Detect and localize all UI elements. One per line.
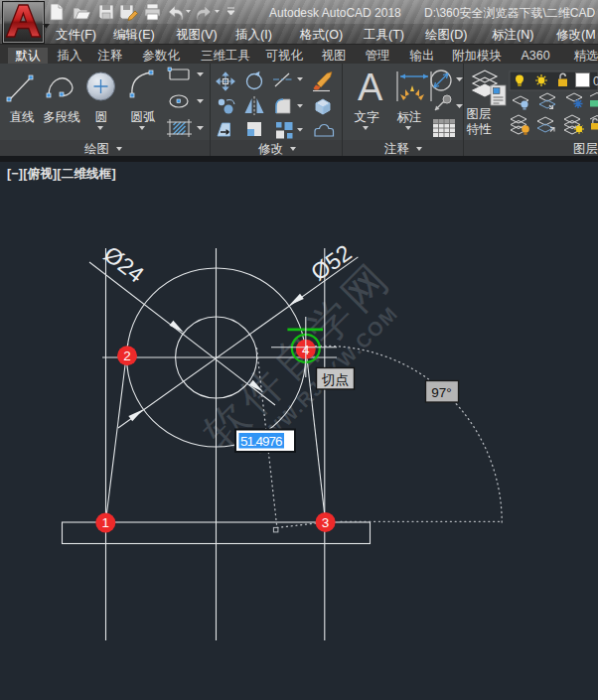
- svg-text:Ø24: Ø24: [99, 241, 149, 288]
- svg-text:51.4976: 51.4976: [240, 434, 283, 449]
- svg-text:A: A: [358, 67, 383, 108]
- svg-text:2: 2: [123, 349, 131, 363]
- svg-text:3: 3: [322, 515, 330, 530]
- svg-text:1: 1: [102, 515, 110, 530]
- svg-text:切点: 切点: [321, 372, 349, 387]
- svg-text:0: 0: [593, 74, 598, 88]
- svg-text:Ø52: Ø52: [306, 239, 356, 285]
- svg-text:4: 4: [302, 343, 310, 357]
- svg-text:97°: 97°: [431, 385, 451, 400]
